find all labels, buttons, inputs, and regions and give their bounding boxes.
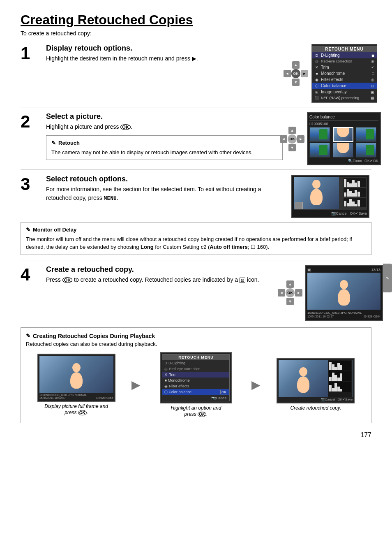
menu-item-colorbal: ⬡ Color balance ⊡ xyxy=(312,83,377,89)
menu-item-redeye-label: Red-eye correction xyxy=(321,59,352,63)
step-2-row: 2 Select a picture. Highlight a picture … xyxy=(21,112,371,165)
mono-icon: ■ xyxy=(314,72,319,76)
ps1-meta: 100D5100 DSC_0001 JPG NORMAL xyxy=(39,394,87,396)
playback-section-title: ✎ Creating Retouched Copies During Playb… xyxy=(26,333,366,339)
menu-item-filter: ◉ Filter effects ◎ xyxy=(312,76,377,83)
monitor-note-body: The monitor will turn off and the menu w… xyxy=(26,235,366,251)
playback-title-text: Creating Retouched Copies During Playbac… xyxy=(33,333,155,339)
ro-image xyxy=(294,177,367,210)
colorbal-icon: ⬡ xyxy=(314,84,319,88)
playback-screen-2: RETOUCH MENU DD-Lighting ◎Red-eye correc… xyxy=(160,352,232,403)
step-4-image: ▲ ◄ OK ► ▼ xyxy=(289,265,371,321)
cb-title: Color balance xyxy=(309,115,378,120)
step-1-desc: Highlight the desired item in the retouc… xyxy=(46,54,283,63)
playback-step-3: 📷Cancel OK✔Save Create retouched copy. xyxy=(265,358,366,412)
menu-item-mono-label: Monochrome xyxy=(321,71,345,76)
menu-arrow-trim: ✓ xyxy=(371,65,374,70)
sidebar-tab: ✎ xyxy=(383,264,392,292)
menu-item-colorbal-label: Color balance xyxy=(321,83,346,88)
step-3-image: 📷Cancel OK✔Save xyxy=(289,175,371,218)
playback-arrow-1: ▶ xyxy=(131,378,141,392)
playback-step-1-label: Display picture full frame andpress OK. xyxy=(44,403,108,416)
nav-pad-step4: ▲ ◄ OK ► ▼ xyxy=(278,280,302,305)
s4-top: ▣ 13/13 xyxy=(307,268,380,272)
s4-icon: ▣ xyxy=(307,268,311,272)
retouch-menu-title: RETOUCH MENU xyxy=(312,46,377,52)
cb-thumb-3 xyxy=(356,127,376,142)
pb-menu-colorbal: ⬡Color balance OK xyxy=(162,389,229,395)
nef-icon: ⬛ xyxy=(314,96,319,100)
menu-arrow-nef: ▦ xyxy=(371,96,374,100)
menu-item-trim-label: Trim xyxy=(321,65,329,70)
ps3-image xyxy=(279,360,353,397)
s4-meta-left: 100D5100 CSC_0013 JPG NORMAL xyxy=(307,311,362,315)
step-3-content: Select retouch options. For more informa… xyxy=(46,175,283,203)
ro-save-label: OK✔Save xyxy=(350,211,367,215)
playback-arrow-2: ▶ xyxy=(251,378,261,392)
menu-arrow-mono: □ xyxy=(372,72,374,76)
step-3-title: Select retouch options. xyxy=(46,175,283,183)
retouch-note-icon: ✎ xyxy=(51,139,56,147)
filter-icon: ◉ xyxy=(314,78,319,82)
menu-arrow-dlighting: ◼ xyxy=(371,53,374,58)
menu-item-filter-label: Filter effects xyxy=(321,77,343,82)
ro-footer: 📷Cancel OK✔Save xyxy=(294,211,367,215)
playback-section-desc: Retouched copies can also be created dur… xyxy=(26,341,366,347)
retouch-menu-display: RETOUCH MENU D D-Lighting ◼ ◎ Red-eye co… xyxy=(311,44,377,103)
playback-screen-1: 100D5100 DSC_0001 JPG NORMAL 15/04/2011 … xyxy=(37,354,115,402)
sidebar-tab-label: ✎ xyxy=(385,276,390,280)
step-1-row: 1 Display retouch options. Highlight the… xyxy=(21,44,371,103)
nav-pad-step2: ▲ ◄ OK ► ▼ xyxy=(280,127,304,151)
ps1-date-text: 15/04/2011 10:02:27 xyxy=(39,396,66,400)
playback-step-1: 100D5100 DSC_0001 JPG NORMAL 15/04/2011 … xyxy=(26,354,127,416)
step-4-desc: Press OK to create a retouched copy. Ret… xyxy=(46,276,283,284)
step-4-row: 4 Create a retouched copy. Press OK to c… xyxy=(21,265,371,321)
step-2-desc: Highlight a picture and press OK. xyxy=(46,123,283,131)
step-1-title: Display retouch options. xyxy=(46,44,283,53)
s4-size: ⊡4928×3264 xyxy=(364,315,380,318)
menu-item-mono: ■ Monochrome □ xyxy=(312,70,377,76)
pb-menu-redeye: ◎Red-eye correction xyxy=(162,366,229,372)
dlighting-icon: D xyxy=(314,53,319,58)
ps3-cancel: 📷Cancel xyxy=(321,398,335,401)
playback-steps: 100D5100 DSC_0001 JPG NORMAL 15/04/2011 … xyxy=(26,352,366,418)
nav-ok-btn: OK xyxy=(291,69,300,78)
pb-menu-dlighting: DD-Lighting xyxy=(162,360,229,366)
monitor-note-title-text: Monitor off Delay xyxy=(33,226,76,234)
step-4-title: Create a retouched copy. xyxy=(46,265,283,274)
menu-item-dlighting-label: D-Lighting xyxy=(321,53,340,58)
step-4-number: 4 xyxy=(21,265,39,283)
step-1-content: Display retouch options. Highlight the d… xyxy=(46,44,283,63)
pb-menu-filter: ◉Filter effects xyxy=(162,383,229,389)
ps1-date: 15/04/2011 10:02:27 ⊡4928×3264 xyxy=(39,396,113,400)
ps1-image xyxy=(39,356,113,393)
menu-arrow-colorbal: ⊡ xyxy=(371,84,374,88)
redeye-icon: ◎ xyxy=(314,59,319,63)
page-number: 177 xyxy=(21,431,371,439)
cb-thumb-4 xyxy=(309,143,330,158)
cb-thumb-6 xyxy=(356,143,376,158)
s4-bottom: 100D5100 CSC_0013 JPG NORMAL xyxy=(307,311,380,315)
cb-thumb-2 xyxy=(333,127,353,142)
pb-menu-cancel: 📷Cancel xyxy=(162,395,229,401)
menu-item-dlighting: D D-Lighting ◼ xyxy=(312,52,377,58)
cb-ok-label: OK✔OK xyxy=(364,159,378,163)
color-balance-screen: Color balance □10005100 🔍Zoom OK✔OK xyxy=(307,112,381,165)
step-1-number: 1 xyxy=(21,44,39,62)
menu-arrow-redeye: ◉ xyxy=(371,59,374,63)
pb-menu-title: RETOUCH MENU xyxy=(162,354,229,360)
pb-menu-trim: ✕Trim xyxy=(162,372,229,378)
retouch-option-screen: 📷Cancel OK✔Save xyxy=(291,175,369,218)
menu-arrow-imgoverlay: ▣ xyxy=(371,90,374,94)
imgoverlay-icon: ⊞ xyxy=(314,90,319,94)
cb-thumb-1 xyxy=(309,127,330,142)
playback-step-2-label: Highlight an option andpress OK. xyxy=(171,405,221,418)
nav-up-btn: ▲ xyxy=(292,61,300,69)
step-3-desc: For more information, see the section fo… xyxy=(46,185,283,203)
step-2-title: Select a picture. xyxy=(46,112,283,121)
pb-menu-mono: ■Monochrome xyxy=(162,378,229,383)
nav-pad-step1: ▲ ◄ OK ► ▼ xyxy=(284,61,308,86)
cb-file: □10005100 xyxy=(309,122,378,126)
playback-step-3-label: Create retouched copy. xyxy=(290,405,341,412)
nav-down-btn: ▼ xyxy=(292,79,300,86)
